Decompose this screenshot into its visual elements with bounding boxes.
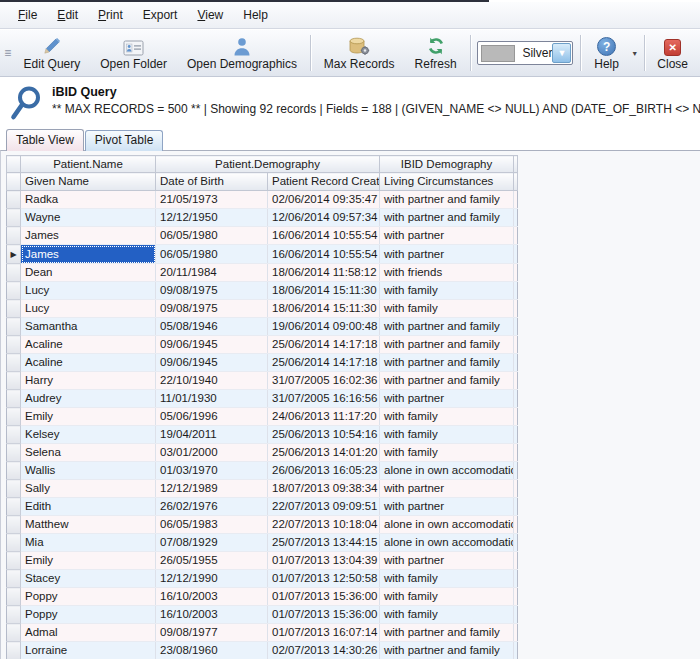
cell-given-name[interactable]: Selena (21, 444, 156, 462)
cell-date-of-birth[interactable]: 09/06/1945 (156, 354, 268, 372)
table-row[interactable]: Matthew06/05/198322/07/2013 10:18:04alon… (7, 516, 518, 534)
cell-date-of-birth[interactable]: 05/06/1996 (156, 408, 268, 426)
table-row[interactable]: ▶James06/05/198016/06/2014 10:55:54with … (7, 245, 518, 264)
row-indicator[interactable] (7, 498, 21, 516)
row-indicator[interactable] (7, 282, 21, 300)
cell-living-circumstances[interactable]: with family (380, 408, 514, 426)
table-row[interactable]: Poppy16/10/200301/07/2013 15:36:00with f… (7, 606, 518, 624)
cell-living-circumstances[interactable]: with partner (380, 552, 514, 570)
menu-edit[interactable]: Edit (47, 5, 88, 25)
cell-record-create[interactable]: 25/06/2013 10:54:16 (268, 426, 380, 444)
table-row[interactable]: Lucy09/08/197518/06/2014 15:11:30with fa… (7, 282, 518, 300)
cell-date-of-birth[interactable]: 06/05/1983 (156, 516, 268, 534)
cell-living-circumstances[interactable]: with partner and family (380, 354, 514, 372)
cell-living-circumstances[interactable]: with family (380, 606, 514, 624)
cell-record-create[interactable]: 25/07/2013 13:44:15 (268, 534, 380, 552)
cell-given-name[interactable]: Lorraine (21, 642, 156, 659)
table-row[interactable]: Audrey11/01/193031/07/2005 16:16:56with … (7, 390, 518, 408)
table-row[interactable]: Lucy09/08/197518/06/2014 15:11:30with fa… (7, 300, 518, 318)
table-row[interactable]: James06/05/198016/06/2014 10:55:54with p… (7, 227, 518, 245)
cell-date-of-birth[interactable]: 09/08/1975 (156, 282, 268, 300)
cell-living-circumstances[interactable]: with partner and family (380, 209, 514, 227)
cell-given-name[interactable]: Edith (21, 498, 156, 516)
table-row[interactable]: Poppy16/10/200301/07/2013 15:36:00with f… (7, 588, 518, 606)
cell-living-circumstances[interactable]: with partner and family (380, 624, 514, 642)
cell-record-create[interactable]: 12/06/2014 09:57:34 (268, 209, 380, 227)
cell-date-of-birth[interactable]: 20/11/1984 (156, 264, 268, 282)
cell-living-circumstances[interactable]: with family (380, 426, 514, 444)
row-indicator[interactable] (7, 480, 21, 498)
row-indicator[interactable] (7, 372, 21, 390)
tab-pivot-table[interactable]: Pivot Table (85, 130, 163, 151)
cell-living-circumstances[interactable]: alone in own accomodation (380, 534, 514, 552)
cell-date-of-birth[interactable]: 05/08/1946 (156, 318, 268, 336)
cell-record-create[interactable]: 01/07/2013 12:50:58 (268, 570, 380, 588)
max-records-button[interactable]: Max Records (314, 33, 405, 73)
cell-date-of-birth[interactable]: 12/12/1990 (156, 570, 268, 588)
table-row[interactable]: Sally12/12/198918/07/2013 09:38:34with p… (7, 480, 518, 498)
column-header-given-name[interactable]: Given Name (21, 173, 156, 191)
table-row[interactable]: Mia07/08/192925/07/2013 13:44:15alone in… (7, 534, 518, 552)
cell-record-create[interactable]: 22/07/2013 10:18:04 (268, 516, 380, 534)
cell-record-create[interactable]: 18/06/2014 11:58:12 (268, 264, 380, 282)
cell-date-of-birth[interactable]: 12/12/1989 (156, 480, 268, 498)
table-row[interactable]: Radka21/05/197302/06/2014 09:35:47with p… (7, 191, 518, 209)
cell-record-create[interactable]: 02/06/2014 09:35:47 (268, 191, 380, 209)
tab-table-view[interactable]: Table View (6, 129, 84, 151)
cell-living-circumstances[interactable]: with partner and family (380, 318, 514, 336)
cell-given-name[interactable]: Emily (21, 552, 156, 570)
row-indicator[interactable] (7, 642, 21, 659)
table-row[interactable]: Samantha05/08/194619/06/2014 09:00:48wit… (7, 318, 518, 336)
row-indicator[interactable] (7, 318, 21, 336)
row-indicator[interactable] (7, 588, 21, 606)
cell-date-of-birth[interactable]: 09/08/1977 (156, 624, 268, 642)
menu-print[interactable]: Print (88, 5, 133, 25)
cell-record-create[interactable]: 01/07/2013 16:07:14 (268, 624, 380, 642)
table-row[interactable]: Emily26/05/195501/07/2013 13:04:39with p… (7, 552, 518, 570)
cell-date-of-birth[interactable]: 12/12/1950 (156, 209, 268, 227)
cell-record-create[interactable]: 18/06/2014 15:11:30 (268, 300, 380, 318)
cell-given-name[interactable]: Wayne (21, 209, 156, 227)
refresh-button[interactable]: Refresh (405, 33, 467, 73)
group-header-patient-demography[interactable]: Patient.Demography (156, 156, 380, 173)
row-indicator[interactable] (7, 408, 21, 426)
row-indicator[interactable] (7, 354, 21, 372)
table-row[interactable]: Acaline09/06/194525/06/2014 14:17:18with… (7, 336, 518, 354)
cell-living-circumstances[interactable]: with family (380, 570, 514, 588)
cell-record-create[interactable]: 31/07/2005 16:16:56 (268, 390, 380, 408)
open-demographics-button[interactable]: Open Demographics (177, 33, 307, 73)
row-indicator[interactable] (7, 606, 21, 624)
cell-record-create[interactable]: 19/06/2014 09:00:48 (268, 318, 380, 336)
table-row[interactable]: Lorraine23/08/196002/07/2013 14:30:26wit… (7, 642, 518, 659)
cell-living-circumstances[interactable]: with partner and family (380, 191, 514, 209)
cell-given-name[interactable]: Acaline (21, 336, 156, 354)
table-row[interactable]: Emily05/06/199624/06/2013 11:17:20with f… (7, 408, 518, 426)
table-row[interactable]: Harry22/10/194031/07/2005 16:02:36with p… (7, 372, 518, 390)
cell-record-create[interactable]: 18/07/2013 09:38:34 (268, 480, 380, 498)
row-indicator[interactable] (7, 264, 21, 282)
cell-given-name[interactable]: Mia (21, 534, 156, 552)
table-row[interactable]: Admal09/08/197701/07/2013 16:07:14with p… (7, 624, 518, 642)
help-button[interactable]: ? Help (584, 33, 629, 73)
cell-living-circumstances[interactable]: with family (380, 444, 514, 462)
cell-date-of-birth[interactable]: 16/10/2003 (156, 606, 268, 624)
cell-living-circumstances[interactable]: with partner (380, 390, 514, 408)
cell-record-create[interactable]: 01/07/2013 15:36:00 (268, 588, 380, 606)
cell-living-circumstances[interactable]: with partner (380, 480, 514, 498)
cell-living-circumstances[interactable]: with family (380, 282, 514, 300)
cell-date-of-birth[interactable]: 26/02/1976 (156, 498, 268, 516)
menu-file[interactable]: File (8, 5, 47, 25)
menu-export[interactable]: Export (133, 5, 188, 25)
open-folder-button[interactable]: Open Folder (90, 33, 177, 73)
column-header-date-of-birth[interactable]: Date of Birth (156, 173, 268, 191)
column-header-living-circumstances[interactable]: Living Circumstances (380, 173, 514, 191)
cell-given-name[interactable]: Poppy (21, 606, 156, 624)
cell-given-name[interactable]: Stacey (21, 570, 156, 588)
row-indicator[interactable] (7, 570, 21, 588)
row-indicator[interactable] (7, 444, 21, 462)
row-indicator[interactable] (7, 227, 21, 245)
cell-date-of-birth[interactable]: 07/08/1929 (156, 534, 268, 552)
cell-date-of-birth[interactable]: 26/05/1955 (156, 552, 268, 570)
cell-record-create[interactable]: 26/06/2013 16:05:23 (268, 462, 380, 480)
cell-given-name[interactable]: Sally (21, 480, 156, 498)
